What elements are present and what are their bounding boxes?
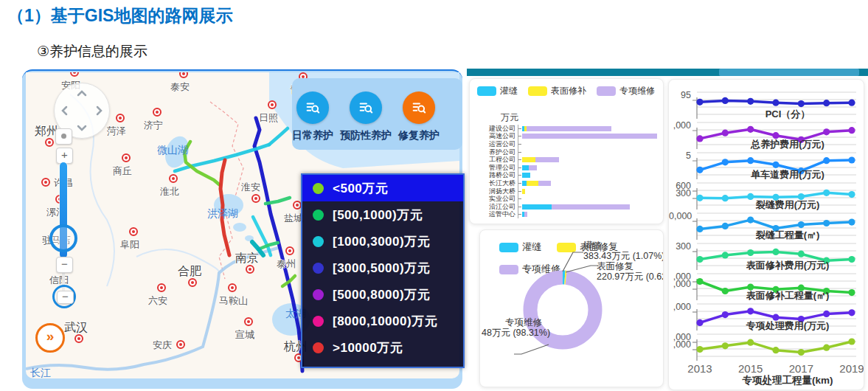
- bar-segment-专项维修[interactable]: [535, 157, 559, 162]
- bar-row-长江大桥[interactable]: 长江大桥: [476, 179, 657, 187]
- cost-bar-chart-card: 灌缝表面修补专项维修 万元 建设公司高速公司运营公司养护公司工程公司管理公司路桥…: [469, 78, 664, 224]
- trend-data-point[interactable]: [722, 311, 729, 318]
- zoom-out-button-2[interactable]: −: [57, 291, 74, 304]
- trend-data-point[interactable]: [772, 100, 779, 106]
- legend-row-[5000,8000)万元[interactable]: [5000,8000)万元: [302, 281, 463, 308]
- bar-segment-专项维修[interactable]: [529, 165, 537, 170]
- trend-data-point[interactable]: [747, 126, 754, 133]
- bar-segment-专项维修[interactable]: [527, 126, 611, 131]
- trend-data-point[interactable]: [772, 347, 779, 353]
- trend-ytick-label: 300: [669, 190, 691, 197]
- expand-button[interactable]: »: [35, 323, 65, 353]
- trend-data-point[interactable]: [696, 319, 703, 326]
- legend-row-[500,1000)万元[interactable]: [500,1000)万元: [302, 201, 463, 228]
- trend-data-point[interactable]: [798, 100, 805, 107]
- bar-row-实业公司[interactable]: 实业公司: [476, 195, 657, 203]
- trend-data-point[interactable]: [798, 221, 805, 228]
- trend-data-point[interactable]: [848, 219, 855, 226]
- trend-data-point[interactable]: [696, 256, 703, 263]
- trend-data-point[interactable]: [696, 226, 703, 232]
- trend-data-point[interactable]: [848, 338, 855, 345]
- trend-data-point[interactable]: [722, 97, 729, 104]
- bar-row-路桥公司[interactable]: 路桥公司: [476, 172, 657, 180]
- trend-data-point[interactable]: [823, 190, 830, 196]
- bar-segment-灌缝[interactable]: [522, 165, 529, 170]
- bar-segment-表面修补[interactable]: [522, 157, 535, 162]
- bar-segment-专项维修[interactable]: [552, 204, 630, 210]
- trend-data-point[interactable]: [848, 156, 855, 163]
- bar-row-建设公司[interactable]: 建设公司: [476, 125, 657, 133]
- trend-data-point[interactable]: [747, 157, 754, 164]
- trend-data-point[interactable]: [823, 157, 830, 164]
- trend-data-point[interactable]: [823, 128, 830, 135]
- bar-axis-tick: [518, 214, 521, 215]
- trend-data-point[interactable]: [747, 249, 754, 256]
- bar-segment-专项维修[interactable]: [538, 181, 551, 186]
- tool-button-日常养护[interactable]: 日常养护: [286, 91, 339, 142]
- trend-data-point[interactable]: [722, 252, 729, 258]
- trend-data-point[interactable]: [696, 346, 703, 353]
- city-label-淮安: 淮安: [241, 180, 260, 194]
- bar-row-养护公司[interactable]: 养护公司: [476, 148, 657, 156]
- zoom-in-button[interactable]: +: [56, 148, 73, 164]
- trend-data-point[interactable]: [798, 251, 805, 257]
- city-label-南京: 南京: [235, 251, 259, 266]
- cost-range-legend: <500万元[500,1000)万元[1000,3000)万元[3000,500…: [301, 173, 465, 368]
- trend-data-point[interactable]: [696, 167, 703, 173]
- trend-data-point[interactable]: [848, 127, 855, 134]
- bar-chart-legend[interactable]: 灌缝表面修补专项维修: [477, 85, 660, 97]
- bar-row-运管中心[interactable]: 运管中心: [476, 211, 657, 219]
- trend-data-point[interactable]: [772, 162, 779, 168]
- legend-row->10000万元[interactable]: >10000万元: [302, 334, 463, 361]
- bar-row-管理公司[interactable]: 管理公司: [476, 164, 657, 172]
- bar-segment-专项维修[interactable]: [522, 134, 657, 139]
- trend-data-point[interactable]: [696, 99, 703, 105]
- bar-legend-item-灌缝[interactable]: 灌缝: [477, 85, 518, 97]
- trend-data-point[interactable]: [823, 220, 830, 226]
- trend-data-point[interactable]: [823, 311, 830, 317]
- trend-data-point[interactable]: [848, 309, 855, 316]
- trend-data-point[interactable]: [747, 98, 754, 105]
- trend-data-point[interactable]: [747, 339, 754, 346]
- trend-data-point[interactable]: [747, 217, 754, 224]
- bar-segment-表面修补[interactable]: [527, 181, 538, 186]
- trend-data-point[interactable]: [696, 278, 703, 285]
- trend-data-point[interactable]: [848, 100, 855, 106]
- trend-data-point[interactable]: [798, 349, 805, 356]
- route-endpoint-marker: [49, 224, 77, 252]
- bar-row-高速公司[interactable]: 高速公司: [476, 133, 657, 141]
- trend-data-point[interactable]: [772, 249, 779, 255]
- bar-row-运营公司[interactable]: 运营公司: [476, 140, 657, 148]
- city-marker-icon: [41, 178, 50, 187]
- bar-chart-plot[interactable]: 建设公司高速公司运营公司养护公司工程公司管理公司路桥公司长江大桥润扬大桥实业公司…: [476, 125, 657, 219]
- trend-data-point[interactable]: [823, 100, 830, 106]
- legend-row-[1000,3000)万元[interactable]: [1000,3000)万元: [302, 228, 463, 255]
- trend-data-point[interactable]: [722, 130, 729, 136]
- trend-data-point[interactable]: [848, 191, 855, 198]
- bar-row-润扬大桥[interactable]: 润扬大桥: [476, 187, 657, 196]
- bar-segment-灌缝[interactable]: [522, 204, 552, 210]
- tool-button-预防性养护[interactable]: 预防性养护: [339, 91, 392, 142]
- zoom-out-button[interactable]: −: [56, 257, 73, 273]
- legend-row-[3000,5000)万元[interactable]: [3000,5000)万元: [302, 255, 463, 281]
- trend-data-point[interactable]: [823, 345, 830, 351]
- bar-row-工程公司[interactable]: 工程公司: [476, 156, 657, 164]
- trend-data-point[interactable]: [696, 195, 703, 201]
- bar-segment-表面修补[interactable]: [522, 189, 525, 194]
- legend-row-<500万元[interactable]: <500万元: [302, 175, 463, 201]
- bar-legend-item-表面修补[interactable]: 表面修补: [528, 85, 586, 97]
- route-cyan-ne[interactable]: [269, 128, 288, 145]
- bar-segment-灌缝[interactable]: [522, 173, 530, 178]
- trend-data-point[interactable]: [747, 308, 754, 314]
- bar-segment-专项维修[interactable]: [524, 212, 527, 217]
- trend-data-point[interactable]: [722, 342, 729, 349]
- tool-button-修复养护[interactable]: 修复养护: [392, 91, 445, 142]
- bar-row-沿江公司[interactable]: 沿江公司: [476, 203, 657, 211]
- route-navy[interactable]: [254, 118, 302, 371]
- trend-data-point[interactable]: [722, 159, 729, 165]
- trend-chart-专项处理工程量(km)[interactable]: [691, 331, 859, 361]
- bar-legend-item-专项维修[interactable]: 专项维修: [597, 85, 655, 97]
- legend-row-[8000,10000)万元[interactable]: [8000,10000)万元: [302, 308, 463, 334]
- map-center-button[interactable]: [55, 128, 72, 145]
- trend-data-point[interactable]: [696, 135, 703, 142]
